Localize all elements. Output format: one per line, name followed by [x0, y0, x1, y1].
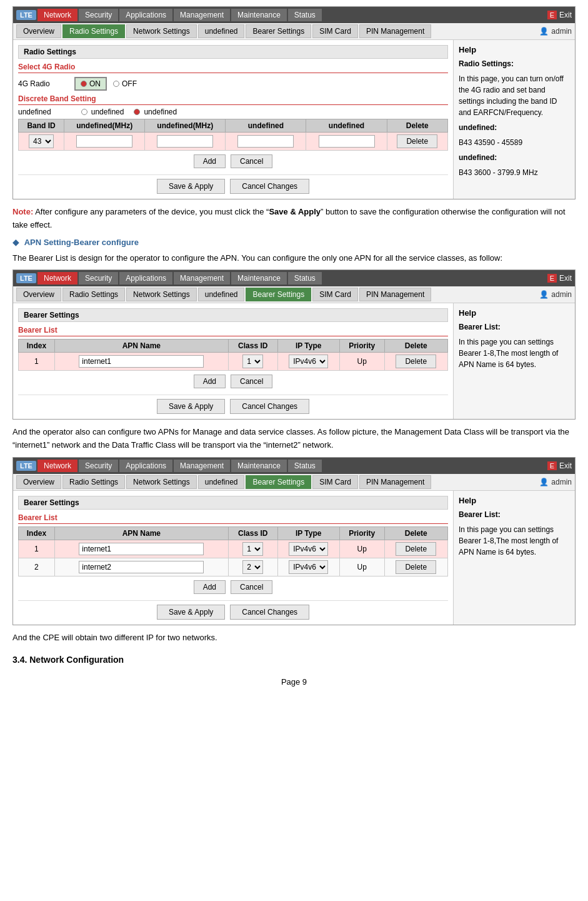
frame3-nav-management[interactable]: Management	[174, 460, 230, 472]
cancel-changes-button[interactable]: Cancel Changes	[230, 179, 309, 194]
frame3-tab-overview[interactable]: Overview	[16, 475, 61, 489]
save-apply-button[interactable]: Save & Apply	[157, 179, 225, 194]
frame2-bearer-table: Index APN Name Class ID IP Type Priority…	[18, 339, 448, 371]
nav-btn-network[interactable]: Network	[37, 9, 77, 21]
f3-td-class-2[interactable]: 2	[228, 558, 277, 576]
undef-radio2[interactable]	[134, 109, 140, 115]
frame3-tab-radio[interactable]: Radio Settings	[62, 475, 125, 489]
f3-save-apply[interactable]: Save & Apply	[157, 605, 225, 620]
f3-cancel-btn[interactable]: Cancel	[231, 580, 272, 594]
f3-td-apn-1[interactable]	[54, 540, 228, 558]
frame2-tab-bearer[interactable]: Bearer Settings	[246, 288, 311, 301]
f3-td-iptype-1[interactable]: IPv4v6	[277, 540, 339, 558]
frame2-nav-left: LTE Network Security Applications Manage…	[16, 272, 322, 284]
td-col2[interactable]	[64, 133, 145, 151]
f2-class-select-1[interactable]: 1	[242, 355, 263, 368]
f2-cancel-btn[interactable]: Cancel	[231, 375, 272, 388]
nav-btn-maintenance[interactable]: Maintenance	[231, 9, 287, 21]
frame3-exit[interactable]: E Exit	[547, 461, 572, 470]
nav-btn-applications[interactable]: Applications	[119, 9, 172, 21]
frame3-nav-applications[interactable]: Applications	[119, 460, 172, 472]
f2-apn-input-1[interactable]	[79, 355, 204, 368]
radio-on-btn[interactable]: ON	[74, 77, 107, 91]
td-delete[interactable]: Delete	[387, 133, 447, 151]
radio-off-option[interactable]: OFF	[113, 79, 137, 88]
tab-undefined[interactable]: undefined	[198, 24, 245, 38]
f3-apn-input-1[interactable]	[79, 543, 204, 555]
exit-button[interactable]: E Exit	[547, 11, 572, 19]
input-col4[interactable]	[237, 135, 294, 148]
frame3-tab-bearer[interactable]: Bearer Settings	[246, 475, 311, 489]
f3-class-select-1[interactable]: 1	[242, 542, 263, 556]
add-button[interactable]: Add	[194, 154, 226, 168]
frame2-tab-network[interactable]: Network Settings	[126, 288, 197, 301]
f2-td-iptype-1[interactable]: IPv4v6	[277, 353, 339, 371]
f3-add-btn[interactable]: Add	[194, 580, 226, 594]
frame2-nav-status[interactable]: Status	[288, 272, 322, 284]
cancel-button[interactable]: Cancel	[231, 154, 272, 168]
frame2-nav-network[interactable]: Network	[37, 272, 77, 284]
frame2-tab-overview[interactable]: Overview	[16, 288, 61, 301]
f3-class-select-2[interactable]: 2	[242, 560, 263, 574]
frame2-nav-management[interactable]: Management	[174, 272, 230, 284]
delete-btn[interactable]: Delete	[397, 134, 437, 148]
tab-bearer-settings[interactable]: Bearer Settings	[246, 24, 311, 38]
f3-delete-btn-2[interactable]: Delete	[396, 560, 436, 574]
frame2-tab-pin[interactable]: PIN Management	[359, 288, 431, 301]
td-col4[interactable]	[226, 133, 306, 151]
tab-pin-management[interactable]: PIN Management	[359, 24, 431, 38]
input-col5[interactable]	[319, 135, 375, 148]
frame2-nav-security[interactable]: Security	[79, 272, 118, 284]
frame3-tabs: Overview Radio Settings Network Settings…	[16, 475, 431, 489]
frame3-tab-sim[interactable]: SIM Card	[312, 475, 358, 489]
tab-network-settings[interactable]: Network Settings	[126, 24, 197, 38]
frame3-nav-security[interactable]: Security	[79, 460, 118, 472]
frame3-nav-network[interactable]: Network	[37, 460, 77, 472]
frame3-tab-pin[interactable]: PIN Management	[359, 475, 431, 489]
nav-btn-management[interactable]: Management	[174, 9, 230, 21]
frame2-exit[interactable]: E Exit	[547, 274, 572, 283]
frame3-nav-maintenance[interactable]: Maintenance	[231, 460, 287, 472]
f2-td-apn-1[interactable]	[54, 353, 228, 371]
f2-add-btn[interactable]: Add	[194, 375, 226, 388]
f2-add-cancel: Add Cancel	[18, 375, 448, 388]
td-band-id[interactable]: 43	[19, 133, 64, 151]
frame3-nav-status[interactable]: Status	[288, 460, 322, 472]
undef-radio1[interactable]	[81, 109, 87, 115]
f2-delete-btn-1[interactable]: Delete	[396, 355, 436, 368]
f2-iptype-select-1[interactable]: IPv4v6	[289, 355, 328, 368]
input-col3[interactable]	[157, 135, 213, 148]
f3-td-delete-1[interactable]: Delete	[384, 540, 447, 558]
f3-td-class-1[interactable]: 1	[228, 540, 277, 558]
f2-td-class-1[interactable]: 1	[228, 353, 277, 371]
frame2-nav-maintenance[interactable]: Maintenance	[231, 272, 287, 284]
f3-apn-input-2[interactable]	[79, 561, 204, 573]
f3-delete-btn-1[interactable]: Delete	[396, 542, 436, 556]
band-id-select[interactable]: 43	[29, 134, 54, 148]
frame3-tab-network[interactable]: Network Settings	[126, 475, 197, 489]
f3-td-delete-2[interactable]: Delete	[384, 558, 447, 576]
f3-cancel-changes[interactable]: Cancel Changes	[230, 605, 309, 620]
nav-btn-security[interactable]: Security	[79, 9, 118, 21]
frame2-tab-undefined[interactable]: undefined	[198, 288, 245, 301]
td-col3[interactable]	[145, 133, 226, 151]
frame2-tab-radio[interactable]: Radio Settings	[62, 288, 125, 301]
input-col2[interactable]	[76, 135, 132, 148]
f2-td-delete-1[interactable]: Delete	[384, 353, 447, 371]
f2-save-apply[interactable]: Save & Apply	[157, 399, 225, 414]
f3-iptype-select-2[interactable]: IPv4v6	[289, 560, 328, 574]
admin-label: 👤 admin	[539, 27, 572, 36]
f3-td-iptype-2[interactable]: IPv4v6	[277, 558, 339, 576]
frame3-tab-undefined[interactable]: undefined	[198, 475, 245, 489]
tab-sim-card[interactable]: SIM Card	[312, 24, 358, 38]
tab-radio-settings[interactable]: Radio Settings	[62, 24, 125, 38]
f3-td-apn-2[interactable]	[54, 558, 228, 576]
td-col5[interactable]	[306, 133, 387, 151]
tab-overview[interactable]: Overview	[16, 24, 61, 38]
radio-off-label: OFF	[122, 79, 137, 88]
frame2-nav-applications[interactable]: Applications	[119, 272, 172, 284]
nav-btn-status[interactable]: Status	[288, 9, 322, 21]
frame2-tab-sim[interactable]: SIM Card	[312, 288, 358, 301]
f3-iptype-select-1[interactable]: IPv4v6	[289, 542, 328, 556]
f2-cancel-changes[interactable]: Cancel Changes	[230, 399, 309, 414]
